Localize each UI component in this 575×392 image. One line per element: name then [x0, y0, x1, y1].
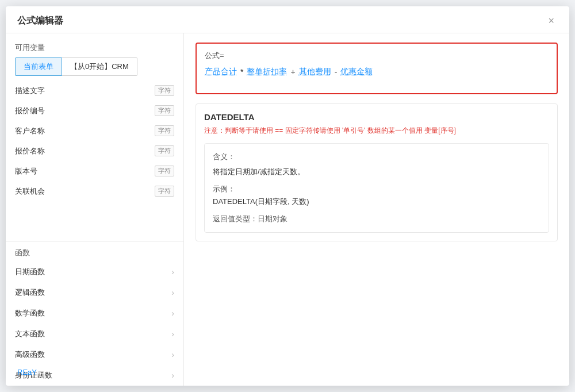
example-text: DATEDELTA(日期字段, 天数)	[213, 195, 540, 208]
variable-tag: 字符	[155, 186, 174, 197]
function-item[interactable]: 文本函数›	[6, 324, 183, 344]
chevron-right-icon: ›	[171, 329, 174, 339]
example-title: 示例：	[213, 184, 540, 194]
formula-operator: -	[334, 67, 339, 76]
variable-item[interactable]: 客户名称字符	[6, 121, 183, 141]
variable-name: 版本号	[15, 166, 37, 176]
function-name: 高级函数	[15, 349, 45, 360]
formula-operator: +	[289, 67, 296, 76]
function-name: 逻辑函数	[15, 287, 45, 298]
chevron-right-icon: ›	[171, 309, 174, 318]
variable-tag: 字符	[155, 166, 174, 176]
bottom-hint: REaY	[17, 368, 37, 376]
close-button[interactable]: ×	[545, 14, 558, 27]
formula-variable[interactable]: 整单折扣率	[247, 67, 287, 77]
chevron-right-icon: ›	[171, 350, 174, 359]
tab-crm[interactable]: 【从0开始】CRM	[62, 57, 137, 76]
function-item[interactable]: 高级函数›	[6, 344, 183, 365]
function-item[interactable]: 日期函数›	[6, 262, 183, 282]
return-type: 返回值类型：日期对象	[213, 214, 540, 224]
functions-label: 函数	[6, 241, 183, 262]
variable-name: 描述文字	[15, 86, 45, 96]
variable-name: 报价编号	[15, 106, 45, 116]
function-name: 数学函数	[15, 308, 45, 318]
formula-variable[interactable]: 其他费用	[299, 67, 331, 77]
variable-item[interactable]: 关联机会字符	[6, 181, 183, 201]
function-name: 文本函数	[15, 329, 45, 339]
variable-tag: 字符	[155, 125, 174, 136]
variable-tag: 字符	[155, 105, 174, 116]
variable-item[interactable]: 报价名称字符	[6, 141, 183, 161]
variable-name: 关联机会	[15, 186, 45, 197]
meaning-text: 将指定日期加/减指定天数。	[213, 166, 540, 178]
formula-box[interactable]: 公式= 产品合计*整单折扣率+其他费用-优惠金额	[195, 43, 558, 94]
tab-current-form[interactable]: 当前表单	[15, 57, 62, 76]
variable-item[interactable]: 版本号字符	[6, 161, 183, 181]
function-name: 日期函数	[15, 267, 45, 277]
variable-name: 报价名称	[15, 146, 45, 156]
variable-name: 客户名称	[15, 126, 45, 136]
formula-content: 产品合计*整单折扣率+其他费用-优惠金额	[205, 67, 549, 77]
variable-tag: 字符	[155, 145, 174, 156]
variables-label: 可用变量	[6, 43, 183, 57]
left-panel: 可用变量 当前表单 【从0开始】CRM 描述文字字符报价编号字符客户名称字符报价…	[6, 33, 184, 386]
variable-item[interactable]: 描述文字字符	[6, 80, 183, 101]
formula-label: 公式=	[205, 51, 549, 61]
variable-list: 描述文字字符报价编号字符客户名称字符报价名称字符版本号字符关联机会字符	[6, 78, 183, 239]
meaning-title: 含义：	[213, 151, 540, 163]
right-panel: 公式= 产品合计*整单折扣率+其他费用-优惠金额 DATEDELTA 注意：判断…	[184, 33, 569, 386]
variable-tag: 字符	[155, 85, 174, 96]
tabs-row: 当前表单 【从0开始】CRM	[6, 57, 183, 76]
formula-operator: *	[239, 67, 244, 76]
info-detail: 含义： 将指定日期加/减指定天数。 示例： DATEDELTA(日期字段, 天数…	[204, 143, 549, 233]
formula-variable[interactable]: 产品合计	[205, 67, 237, 77]
formula-variable[interactable]: 优惠金额	[340, 67, 373, 77]
chevron-right-icon: ›	[171, 371, 174, 380]
info-name: DATEDELTA	[204, 112, 549, 122]
function-item[interactable]: 逻辑函数›	[6, 282, 183, 303]
function-item[interactable]: 数学函数›	[6, 303, 183, 324]
info-warning: 注意：判断等于请使用 == 固定字符传请使用 '单引号' 数组的某一个值用 变量…	[204, 125, 549, 136]
variable-item[interactable]: 报价编号字符	[6, 101, 183, 121]
dialog-body: 可用变量 当前表单 【从0开始】CRM 描述文字字符报价编号字符客户名称字符报价…	[6, 33, 569, 386]
chevron-right-icon: ›	[171, 288, 174, 297]
dialog-header: 公式编辑器 ×	[6, 6, 569, 33]
dialog-title: 公式编辑器	[17, 15, 63, 27]
func-list: 日期函数›逻辑函数›数学函数›文本函数›高级函数›身份证函数›	[6, 262, 183, 386]
info-section: DATEDELTA 注意：判断等于请使用 == 固定字符传请使用 '单引号' 数…	[195, 103, 558, 241]
formula-editor-dialog: 公式编辑器 × 可用变量 当前表单 【从0开始】CRM 描述文字字符报价编号字符…	[6, 6, 569, 386]
chevron-right-icon: ›	[171, 267, 174, 276]
